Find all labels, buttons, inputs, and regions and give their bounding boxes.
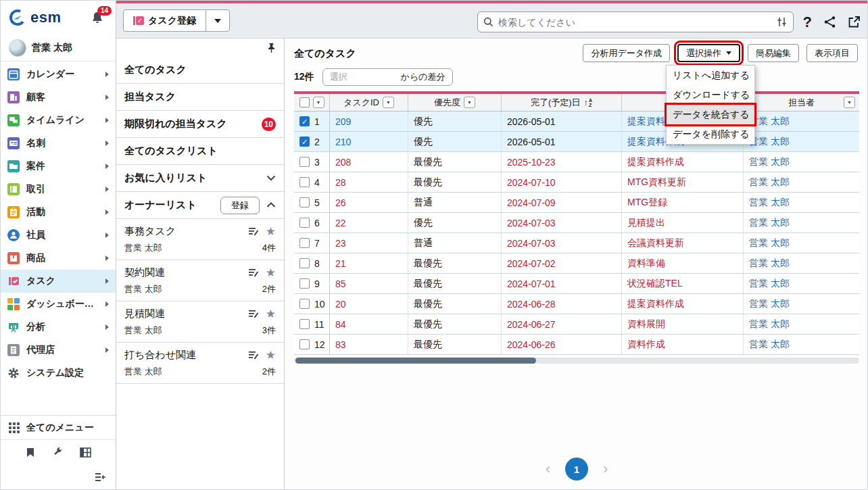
table-row[interactable]: 10 20 最優先 2024-06-28 提案資料作成 営業 太郎 <box>294 294 859 314</box>
quick-edit-button[interactable]: 簡易編集 <box>748 44 799 62</box>
table-row[interactable]: 7 23 普通 2024-07-03 会議資料更新 営業 太郎 <box>294 233 859 253</box>
assignee-link[interactable]: 営業 太郎 <box>743 335 859 354</box>
edit-list-icon[interactable] <box>248 351 259 360</box>
task-name-link[interactable]: 状況確認TEL <box>621 274 743 293</box>
task-id-link[interactable]: 26 <box>329 193 408 212</box>
sidebar-item-system-settings[interactable]: システム設定 <box>1 362 116 385</box>
assignee-link[interactable]: 営業 太郎 <box>743 233 859 253</box>
open-external-icon[interactable] <box>848 16 861 28</box>
task-id-link[interactable]: 208 <box>329 152 408 172</box>
task-id-filter-button[interactable]: ▼ <box>383 97 394 108</box>
task-id-link[interactable]: 84 <box>329 314 408 334</box>
task-id-link[interactable]: 210 <box>329 132 408 151</box>
collapse-sidebar-icon[interactable] <box>94 472 106 483</box>
sidebar-item-business-card[interactable]: 名刺 <box>1 132 116 155</box>
sort-ascending-icon[interactable]: ↑AZ <box>584 97 593 107</box>
task-name-link[interactable]: 資料展開 <box>621 314 743 334</box>
task-name-link[interactable]: 提案資料作成 <box>621 152 743 172</box>
current-user[interactable]: 営業 太郎 <box>1 34 116 62</box>
edit-list-icon[interactable] <box>248 227 259 237</box>
panel-item-owner-lists[interactable]: オーナーリスト 登録 <box>116 192 284 219</box>
assignee-link[interactable]: 営業 太郎 <box>743 294 859 314</box>
sidebar-item-transactions[interactable]: 取引 <box>1 178 116 201</box>
assignee-link[interactable]: 営業 太郎 <box>743 213 859 232</box>
diff-from-selection-control[interactable]: 選択 からの差分 <box>322 68 453 86</box>
owner-list-item[interactable]: 打ち合わせ関連 ★ 営業 太郎2件 <box>116 343 284 384</box>
task-name-link[interactable]: 見積提出 <box>621 213 743 232</box>
task-id-link[interactable]: 85 <box>329 274 408 293</box>
panel-item-all-tasks[interactable]: 全てのタスク <box>116 57 284 84</box>
task-id-link[interactable]: 21 <box>329 253 408 273</box>
task-id-link[interactable]: 83 <box>329 335 408 354</box>
next-page-icon[interactable]: › <box>603 462 608 476</box>
edit-list-icon[interactable] <box>248 310 259 319</box>
assignee-link[interactable]: 営業 太郎 <box>743 152 859 172</box>
panel-item-all-task-lists[interactable]: 全てのタスクリスト <box>116 138 284 165</box>
panel-item-favorite-lists[interactable]: お気に入りリスト <box>116 165 284 192</box>
filter-sliders-icon[interactable] <box>776 17 788 27</box>
table-row[interactable]: 6 22 優先 2024-07-03 見積提出 営業 太郎 <box>294 213 859 233</box>
owner-list-item[interactable]: 契約関連 ★ 営業 太郎2件 <box>116 260 284 301</box>
row-checkbox[interactable] <box>299 319 310 329</box>
scrollbar-thumb[interactable] <box>295 358 536 364</box>
row-checkbox[interactable] <box>299 157 310 167</box>
assignee-link[interactable]: 営業 太郎 <box>743 274 859 293</box>
current-page-button[interactable]: 1 <box>565 458 588 481</box>
diff-select-placeholder[interactable]: 選択 <box>330 71 401 83</box>
table-row[interactable]: 9 85 最優先 2024-07-01 状況確認TEL 営業 太郎 <box>294 274 859 294</box>
row-checkbox[interactable] <box>299 278 310 289</box>
checkbox-menu-button[interactable]: ▼ <box>313 97 324 108</box>
row-checkbox[interactable] <box>299 339 310 349</box>
sidebar-item-agencies[interactable]: 代理店 <box>1 339 116 362</box>
row-checkbox[interactable] <box>299 238 310 248</box>
display-items-button[interactable]: 表示項目 <box>806 44 858 62</box>
analysis-data-button[interactable]: 分析用データ作成 <box>583 44 670 62</box>
sidebar-item-products[interactable]: 商品 <box>1 247 116 270</box>
share-icon[interactable] <box>823 16 836 28</box>
sidebar-item-calendar[interactable]: カレンダー <box>1 63 116 86</box>
select-all-checkbox[interactable] <box>299 97 310 107</box>
owner-list-item[interactable]: 事務タスク ★ 営業 太郎4件 <box>116 219 284 260</box>
guide-bookmark-icon[interactable] <box>25 447 36 458</box>
sidebar-item-timeline[interactable]: タイムライン <box>1 109 116 132</box>
search-input[interactable] <box>498 17 771 28</box>
task-name-link[interactable]: 資料作成 <box>621 335 743 354</box>
sidebar-item-activities[interactable]: 活動 <box>1 201 116 224</box>
sidebar-item-employees[interactable]: 社員 <box>1 224 116 247</box>
table-icon[interactable] <box>80 447 91 458</box>
owner-list-register-button[interactable]: 登録 <box>220 197 260 214</box>
row-checkbox[interactable] <box>299 299 310 309</box>
assignee-filter-button[interactable]: ▼ <box>844 97 855 108</box>
assignee-link[interactable]: 営業 太郎 <box>743 112 859 131</box>
row-checkbox[interactable] <box>299 197 310 207</box>
help-button[interactable]: ? <box>803 14 812 31</box>
sidebar-item-tasks[interactable]: タスク <box>1 270 116 293</box>
table-row[interactable]: ✓1 209 優先 2026-05-01 提案資料作成 営業 太郎 <box>294 112 859 132</box>
edit-list-icon[interactable] <box>248 268 259 278</box>
priority-filter-button[interactable]: ▼ <box>464 97 475 108</box>
row-checkbox[interactable] <box>299 258 310 268</box>
wrench-icon[interactable] <box>52 447 64 458</box>
row-checkbox[interactable]: ✓ <box>299 116 310 126</box>
sidebar-item-deals[interactable]: 案件 <box>1 155 116 178</box>
table-row[interactable]: 12 83 最優先 2024-06-26 資料作成 営業 太郎 <box>294 335 859 355</box>
table-row[interactable]: 4 28 最優先 2024-07-10 MTG資料更新 営業 太郎 <box>294 172 859 193</box>
sidebar-item-customers[interactable]: 顧客 <box>1 86 116 109</box>
assignee-link[interactable]: 営業 太郎 <box>743 253 859 273</box>
table-row[interactable]: 8 21 最優先 2024-07-02 資料準備 営業 太郎 <box>294 253 859 274</box>
menu-item-download[interactable]: ダウンロードする <box>667 85 754 105</box>
task-name-link[interactable]: MTG資料更新 <box>621 172 743 192</box>
assignee-link[interactable]: 営業 太郎 <box>743 193 859 212</box>
favorite-star-icon[interactable]: ★ <box>266 308 276 320</box>
panel-item-my-tasks[interactable]: 担当タスク <box>116 84 284 111</box>
owner-list-item[interactable]: 見積関連 ★ 営業 太郎3件 <box>116 301 284 343</box>
task-id-link[interactable]: 22 <box>329 213 408 232</box>
all-menu-button[interactable]: 全てのメニュー <box>1 415 116 439</box>
task-register-button[interactable]: ✓ タスク登録 <box>123 9 230 32</box>
notifications-button[interactable]: 14 <box>91 11 103 24</box>
prev-page-icon[interactable]: ‹ <box>546 462 550 476</box>
sidebar-item-analytics[interactable]: 分析 <box>1 316 116 339</box>
task-id-link[interactable]: 28 <box>329 172 408 192</box>
assignee-link[interactable]: 営業 太郎 <box>743 172 859 192</box>
favorite-star-icon[interactable]: ★ <box>266 267 276 278</box>
